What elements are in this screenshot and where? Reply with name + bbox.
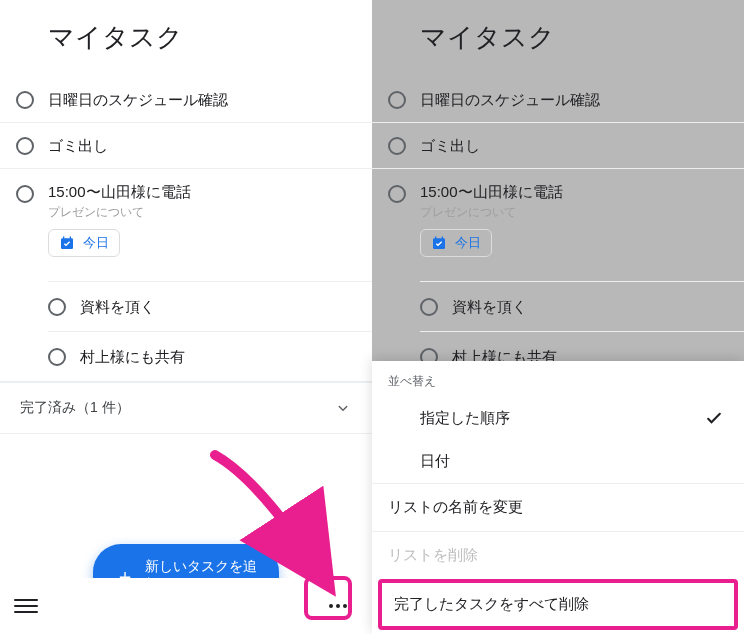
svg-rect-4 bbox=[435, 236, 436, 239]
complete-circle-icon[interactable] bbox=[16, 185, 34, 203]
sort-option-label: 日付 bbox=[420, 452, 450, 471]
task-title: 15:00〜山田様に電話 bbox=[48, 181, 356, 202]
subtask-row[interactable]: 資料を頂く bbox=[48, 282, 372, 332]
task-title: ゴミ出し bbox=[48, 135, 356, 156]
svg-rect-2 bbox=[70, 236, 71, 239]
complete-circle-icon[interactable] bbox=[48, 298, 66, 316]
sort-section-label: 並べ替え bbox=[372, 361, 744, 396]
task-list-screen: マイタスク 日曜日のスケジュール確認 ゴミ出し 15:00〜山田様に電話 プレゼ… bbox=[0, 0, 372, 634]
delete-list-option: リストを削除 bbox=[372, 531, 744, 579]
annotation-highlight: 完了したタスクをすべて削除 bbox=[378, 579, 738, 630]
date-chip-label: 今日 bbox=[455, 234, 481, 252]
svg-rect-1 bbox=[63, 236, 64, 239]
task-row[interactable]: 日曜日のスケジュール確認 bbox=[0, 77, 372, 123]
task-note: プレゼンについて bbox=[420, 204, 728, 221]
complete-circle-icon[interactable] bbox=[16, 91, 34, 109]
complete-circle-icon bbox=[388, 185, 406, 203]
calendar-icon bbox=[59, 235, 75, 251]
bottom-bar bbox=[0, 578, 372, 634]
complete-circle-icon bbox=[388, 137, 406, 155]
subtask-row: 資料を頂く bbox=[420, 282, 744, 332]
list-title: マイタスク bbox=[372, 0, 744, 77]
options-bottom-sheet: 並べ替え 指定した順序 日付 リストの名前を変更 リストを削除 完了したタスクを… bbox=[372, 361, 744, 634]
task-title: 日曜日のスケジュール確認 bbox=[420, 89, 728, 110]
complete-circle-icon[interactable] bbox=[16, 137, 34, 155]
hamburger-menu-button[interactable] bbox=[14, 594, 38, 618]
date-chip-label: 今日 bbox=[83, 234, 109, 252]
delete-completed-option[interactable]: 完了したタスクをすべて削除 bbox=[382, 583, 734, 626]
rename-list-option[interactable]: リストの名前を変更 bbox=[372, 483, 744, 531]
complete-circle-icon bbox=[420, 298, 438, 316]
subtask-row[interactable]: 村上様にも共有 bbox=[48, 332, 372, 381]
task-note: プレゼンについて bbox=[48, 204, 356, 221]
date-chip: 今日 bbox=[420, 229, 492, 257]
task-list-screen-with-menu: マイタスク 日曜日のスケジュール確認 ゴミ出し 15:00〜山田様に電話 プレゼ… bbox=[372, 0, 744, 634]
completed-section-toggle[interactable]: 完了済み（1 件） bbox=[0, 382, 372, 434]
date-chip[interactable]: 今日 bbox=[48, 229, 120, 257]
svg-rect-5 bbox=[442, 236, 443, 239]
task-title: ゴミ出し bbox=[420, 135, 728, 156]
task-title: 15:00〜山田様に電話 bbox=[420, 181, 728, 202]
subtask-title: 村上様にも共有 bbox=[80, 346, 185, 367]
task-row[interactable]: 15:00〜山田様に電話 プレゼンについて 今日 bbox=[0, 169, 372, 269]
task-row: ゴミ出し bbox=[372, 123, 744, 169]
more-options-button[interactable] bbox=[318, 586, 358, 626]
complete-circle-icon[interactable] bbox=[48, 348, 66, 366]
check-icon bbox=[704, 408, 724, 428]
completed-label: 完了済み（1 件） bbox=[20, 399, 130, 417]
task-title: 日曜日のスケジュール確認 bbox=[48, 89, 356, 110]
calendar-icon bbox=[431, 235, 447, 251]
task-row[interactable]: ゴミ出し bbox=[0, 123, 372, 169]
complete-circle-icon bbox=[388, 91, 406, 109]
task-row: 15:00〜山田様に電話 プレゼンについて 今日 bbox=[372, 169, 744, 269]
sort-option-label: 指定した順序 bbox=[420, 409, 510, 428]
sort-option-custom[interactable]: 指定した順序 bbox=[372, 396, 744, 440]
chevron-down-icon bbox=[334, 399, 352, 417]
subtask-title: 資料を頂く bbox=[80, 296, 155, 317]
list-title: マイタスク bbox=[0, 0, 372, 77]
sort-option-date[interactable]: 日付 bbox=[372, 440, 744, 483]
task-row: 日曜日のスケジュール確認 bbox=[372, 77, 744, 123]
subtask-title: 資料を頂く bbox=[452, 296, 527, 317]
